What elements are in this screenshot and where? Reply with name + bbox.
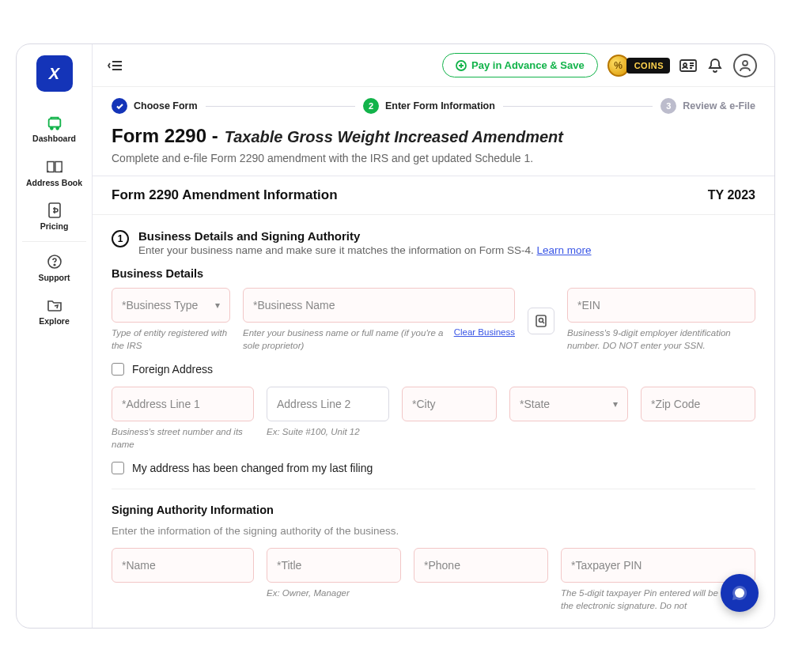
placeholder: *Taxpayer PIN: [571, 559, 642, 572]
form-card: Form 2290 Amendment Information TY 2023 …: [93, 176, 774, 628]
user-avatar[interactable]: [733, 54, 757, 77]
sidebar-separator: [22, 241, 87, 242]
page-description: Complete and e-file Form 2290 amendment …: [112, 152, 755, 164]
topbar: Pay in Advance & Save % COINS: [93, 44, 774, 87]
svg-point-11: [539, 318, 543, 322]
svg-point-9: [743, 61, 747, 66]
chevron-down-icon: ▾: [215, 300, 220, 311]
placeholder: *Name: [122, 559, 156, 572]
chat-fab[interactable]: [721, 574, 759, 612]
business-type-select[interactable]: *Business Type ▾: [112, 288, 230, 323]
address-changed-checkbox[interactable]: [112, 462, 124, 474]
tax-year-badge: TY 2023: [708, 188, 755, 202]
section-number: 1: [112, 230, 129, 247]
step-label: Review & e-File: [683, 100, 755, 111]
section-title: Business Details and Signing Authority: [138, 229, 592, 243]
placeholder: *Title: [277, 559, 301, 572]
chevron-down-icon: ▾: [613, 398, 618, 410]
address-line-1-input[interactable]: *Address Line 1: [112, 387, 254, 421]
sidebar-item-label: Dashboard: [32, 134, 76, 144]
page-title: Form 2290 - Taxable Gross Weight Increas…: [112, 125, 755, 147]
placeholder: *Zip Code: [651, 398, 700, 410]
step-review-efile[interactable]: 3 Review & e-File: [660, 98, 755, 114]
svg-point-8: [683, 63, 687, 66]
learn-more-link[interactable]: Learn more: [537, 244, 592, 256]
taxpayer-pin-input[interactable]: *Taxpayer PIN: [561, 548, 755, 583]
placeholder: *EIN: [577, 299, 600, 311]
bell-icon[interactable]: [706, 57, 724, 74]
card-title: Form 2290 Amendment Information: [112, 187, 338, 203]
business-name-input[interactable]: *Business Name: [243, 288, 515, 323]
sidebar-item-label: Address Book: [26, 179, 82, 188]
plus-circle-icon: [456, 60, 467, 71]
sidebar-item-label: Pricing: [40, 222, 69, 232]
sidebar-item-address-book[interactable]: Address Book: [17, 150, 92, 194]
step-label: Choose Form: [134, 100, 198, 111]
state-select[interactable]: *State ▾: [509, 387, 628, 421]
pricing-icon: [46, 202, 63, 219]
address-line-2-input[interactable]: Address Line 2: [267, 387, 389, 421]
dashboard-icon: [46, 114, 63, 131]
clear-business-link[interactable]: Clear Business: [454, 327, 515, 337]
page-title-sub: Taxable Gross Weight Increased Amendment: [225, 128, 563, 146]
svg-point-12: [735, 588, 744, 598]
step-enter-info[interactable]: 2 Enter Form Information: [363, 98, 495, 114]
section-1-header: 1 Business Details and Signing Authority…: [112, 229, 755, 256]
step-connector: [206, 106, 355, 107]
pay-in-advance-button[interactable]: Pay in Advance & Save: [442, 53, 598, 77]
address-line-1-hint: Business's street number and its name: [112, 426, 254, 451]
step-number: 2: [363, 98, 379, 114]
business-details-heading: Business Details: [112, 267, 755, 280]
signing-authority-heading: Signing Authority Information: [112, 504, 755, 516]
app-frame: X Dashboard Address Book Pricing Suppor: [16, 43, 775, 629]
sidebar: X Dashboard Address Book Pricing Suppor: [17, 44, 93, 628]
main-area: Pay in Advance & Save % COINS Choo: [93, 44, 774, 628]
business-lookup-button[interactable]: [528, 308, 554, 334]
sidebar-item-support[interactable]: Support: [17, 245, 92, 289]
zip-code-input[interactable]: *Zip Code: [641, 387, 755, 421]
sidebar-item-pricing[interactable]: Pricing: [17, 194, 92, 238]
foreign-address-checkbox[interactable]: [112, 363, 124, 376]
signer-title-input[interactable]: *Title: [267, 548, 401, 583]
placeholder: *Business Name: [253, 299, 335, 311]
signer-name-input[interactable]: *Name: [112, 548, 254, 583]
section-divider: [112, 489, 755, 489]
ein-hint: Business's 9-digit employer identificati…: [567, 327, 755, 352]
coins-badge[interactable]: % COINS: [607, 55, 670, 77]
address-changed-label: My address has been changed from my last…: [132, 462, 373, 474]
business-type-hint: Type of entity registered with the IRS: [112, 327, 230, 352]
svg-point-5: [54, 264, 55, 266]
signer-title-hint: Ex: Owner, Manager: [267, 587, 401, 600]
app-logo[interactable]: X: [36, 55, 73, 92]
sidebar-collapse-button[interactable]: [104, 54, 127, 77]
signer-phone-input[interactable]: *Phone: [414, 548, 548, 583]
svg-point-2: [56, 127, 59, 130]
business-name-hint: Enter your business name or full name (i…: [243, 327, 449, 352]
step-choose-form[interactable]: Choose Form: [112, 98, 198, 114]
signing-authority-sub: Enter the information of the signing aut…: [112, 524, 755, 538]
page-header: Form 2290 - Taxable Gross Weight Increas…: [93, 122, 774, 176]
city-input[interactable]: *City: [402, 387, 497, 421]
svg-rect-0: [48, 119, 60, 126]
progress-stepper: Choose Form 2 Enter Form Information 3 R…: [93, 87, 774, 122]
page-title-main: Form 2290 -: [112, 125, 218, 147]
ein-input[interactable]: *EIN: [567, 288, 755, 323]
sidebar-item-label: Support: [38, 274, 70, 283]
step-label: Enter Form Information: [385, 100, 495, 111]
placeholder: *City: [412, 398, 436, 410]
coins-label: COINS: [626, 58, 670, 74]
svg-point-1: [50, 127, 52, 130]
id-card-icon[interactable]: [679, 57, 697, 74]
card-header: Form 2290 Amendment Information TY 2023: [93, 176, 774, 215]
card-body: 1 Business Details and Signing Authority…: [93, 215, 774, 628]
foreign-address-label: Foreign Address: [132, 363, 213, 376]
placeholder: *Business Type: [122, 299, 198, 311]
sidebar-item-dashboard[interactable]: Dashboard: [17, 106, 92, 150]
section-subtitle: Enter your business name and make sure i…: [138, 244, 592, 256]
pay-button-label: Pay in Advance & Save: [471, 59, 585, 71]
step-number: 3: [660, 98, 676, 114]
placeholder: *Phone: [424, 559, 460, 572]
sidebar-item-explore[interactable]: Explore: [17, 289, 92, 333]
svg-rect-10: [536, 315, 546, 327]
address-line-2-hint: Ex: Suite #100, Unit 12: [267, 426, 389, 439]
